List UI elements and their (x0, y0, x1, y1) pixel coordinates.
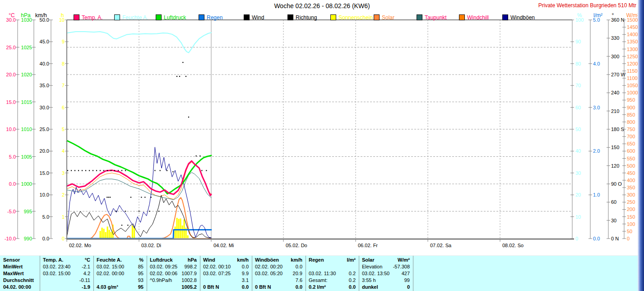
day-label: 08.02. So (502, 243, 524, 248)
legend-label-richtung: Richtung (296, 14, 317, 21)
day-label: 05.02. Do (286, 243, 307, 248)
axis-tick-label-wind: 10.0 (40, 192, 49, 197)
axis-tick-label-sun: 3 (62, 170, 65, 176)
table-cell-value: -1.9 (82, 284, 90, 291)
sunshine-bar (111, 232, 112, 238)
table-cell-value: 0.0 (242, 284, 249, 291)
axis-tick-label-temp: 25.0 (6, 45, 16, 50)
direction-dot (139, 211, 139, 211)
direction-dot (188, 117, 189, 117)
table-cell-value: 93 (138, 277, 144, 284)
axis-tick-label-wind: 0.0 (42, 236, 49, 241)
legend-swatch-feuchte (114, 14, 120, 20)
table-cell-value: % (139, 257, 144, 263)
table-cell-value: 0.0 (242, 263, 249, 270)
legend-swatch-richtung (287, 14, 293, 20)
table-separator (413, 256, 413, 291)
legend: Temp. A.Feuchte A.LuftdruckRegenWindRich… (0, 0, 644, 21)
direction-dot (160, 170, 161, 171)
axis-tick-label-solar: 300 (627, 192, 635, 197)
axis-tick-label-solar: 1250 (627, 54, 638, 59)
table-cell: MinWert (0, 263, 40, 270)
table-col-windben: Windböenkm/h02.02. 00:200.003.02. 05:202… (252, 256, 306, 291)
window-edge-bar (638, 0, 644, 291)
table-cell-text: dunkel (362, 284, 378, 291)
axis-tick-label-solar: 1350 (627, 39, 638, 44)
table-cell-text: Sensor (3, 257, 20, 263)
legend-label-windchill: Windchill (467, 14, 489, 21)
sunshine-bar (132, 225, 133, 238)
legend-label-sonnenschein: Sonnenschein (338, 14, 373, 21)
axis-tick-label-solar: 700 (627, 134, 635, 139)
axis-tick-label-direction: 300 (611, 54, 619, 59)
axis-tick-label-sun: 0 (62, 236, 65, 241)
direction-dot (121, 170, 122, 171)
table-cell-text: Wind (203, 257, 215, 263)
axis-tick-label-humidity: 40 (575, 148, 581, 154)
axis-tick-label-wind: 30.0 (40, 105, 49, 110)
legend-swatch-solar (374, 14, 380, 20)
axis-tick-label-temp: 15.0 (6, 99, 16, 105)
table-cell-value: l/m² (347, 257, 356, 263)
legend-item-wind: Wind (244, 13, 264, 19)
table-separator (200, 256, 200, 291)
axis-tick-label-solar: 450 (627, 170, 635, 176)
direction-dot (96, 170, 97, 171)
axis-tick-label-solar: 550 (627, 156, 635, 161)
legend-label-wind: Wind (252, 14, 264, 21)
table-col-solar: SolarW/m²Elevation-57.30803.02. 13:50427… (359, 256, 413, 291)
day-label: 03.02. Di (141, 243, 161, 248)
table-separator (93, 256, 94, 291)
sunshine-bar (107, 226, 108, 238)
axis-tick-label-wind: 40.0 (40, 61, 49, 66)
table-cell-value: 427 (402, 270, 410, 277)
direction-dot (110, 197, 111, 197)
direction-dot (107, 197, 107, 197)
table-cell: LuftdruckhPa (147, 257, 200, 263)
sunshine-bar (134, 226, 135, 238)
direction-dot (121, 225, 122, 225)
direction-dot (196, 155, 197, 156)
direction-dot (199, 155, 200, 156)
table-cell: 03.02. 23:40-2.1 (40, 263, 93, 270)
axis-tick-label-humidity: 50 (575, 127, 581, 132)
table-cell: 03.02. 11:300.2 (306, 270, 359, 277)
direction-dot (206, 170, 207, 171)
table-cell: 04.02. 00:00 (0, 284, 40, 291)
table-cell-text: 02.02. 00:20 (255, 263, 283, 270)
axis-tick-label-wind: 15.0 (40, 170, 49, 176)
axis-tick-label-solar: 1450 (627, 24, 638, 30)
table-cell: Gesamt:0.2 (306, 277, 359, 284)
table-cell-value: hPa (188, 257, 197, 263)
table-cell-text: 03.02. 05:20 (255, 270, 283, 277)
direction-dot (78, 170, 79, 171)
table-cell-value: 95 (138, 270, 144, 277)
axis-tick-label-pressure: 1015 (21, 99, 32, 105)
direction-dot (82, 170, 83, 171)
table-cell-value: 4.2 (83, 270, 90, 277)
axis-tick-label-direction: 180 S (611, 127, 624, 132)
axis-tick-label-pressure: 1020 (21, 72, 32, 77)
day-label: 07.02. Sa (430, 243, 452, 248)
axis-tick-label-solar: 400 (627, 178, 635, 183)
axis-tick-label-wind: 20.0 (40, 148, 49, 154)
direction-dot (176, 76, 177, 77)
table-cell: 03.02. 05:2020.9 (252, 270, 306, 277)
direction-dot (154, 170, 155, 171)
axis-tick-label-solar: 1150 (627, 68, 638, 74)
table-cell-text: 02.02. 00:00 (97, 270, 124, 277)
axis-tick-label-pressure: 995 (24, 209, 32, 214)
day-label: 04.02. Mi (213, 243, 234, 248)
legend-item-richtung: Richtung (287, 13, 317, 19)
table-cell-value: 998.2 (184, 263, 197, 270)
direction-dot (111, 170, 111, 171)
axis-tick-label-wind: 35.0 (40, 83, 49, 88)
table-separator (40, 256, 40, 291)
table-cell-text: 0 Bft N (255, 284, 271, 291)
table-cell-value: 95 (138, 284, 144, 291)
legend-swatch-regen (199, 14, 204, 20)
direction-dot (108, 197, 109, 197)
axis-tick-label-humidity: 0 (575, 236, 578, 241)
table-cell-text: ^0.9hPa/h (150, 277, 172, 284)
axis-tick-label-sun: 7 (62, 83, 65, 88)
